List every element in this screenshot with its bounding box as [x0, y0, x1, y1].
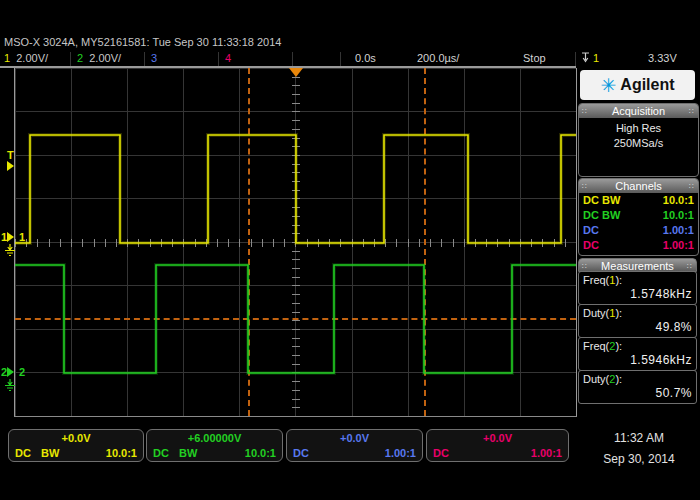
ch1-bottom-box[interactable]: +0.0V DCBW10.0:1: [8, 429, 144, 462]
ch4-number: 4: [225, 52, 231, 64]
ch2-offset: +6.00000V: [147, 431, 282, 446]
status-divider: [292, 52, 293, 66]
status-ch2[interactable]: 2 2.00V/: [77, 51, 121, 66]
trigger-level-readout: 3.33V: [648, 51, 677, 66]
status-ch1[interactable]: 1 2.00V/: [4, 51, 48, 66]
date-readout: Sep 30, 2014: [583, 452, 695, 467]
waveform-display: [14, 68, 577, 417]
ch2-settings-row[interactable]: DC BW10.0:1: [579, 208, 698, 223]
grip-icon: ∷: [689, 180, 695, 194]
grip-icon: ∷: [582, 260, 588, 274]
status-divider: [575, 52, 576, 66]
ch1-scale: 2.00V/: [16, 52, 48, 64]
trigger-level-label: T: [7, 150, 14, 161]
trigger-status[interactable]: 1: [581, 51, 599, 66]
status-divider: [144, 52, 145, 66]
ch1-number: 1: [4, 52, 10, 64]
acquisition-header[interactable]: ∷ Acquisition ∷: [579, 104, 698, 118]
ch2-ground-marker[interactable]: 2: [1, 367, 14, 378]
cursor-x2[interactable]: [424, 68, 426, 416]
brand-name: Agilent: [620, 76, 674, 94]
cursor-y1[interactable]: [15, 318, 576, 320]
ch4-offset: +0.0V: [427, 431, 568, 446]
grip-icon: ∷: [689, 105, 695, 119]
measurements-panel: ∷ Measurements ∷ Freq(1): 1.5748kHz Duty…: [578, 258, 697, 408]
window-title: MSO-X 3024A, MY52161581: Tue Sep 30 11:3…: [4, 36, 281, 48]
ch2-bottom-box[interactable]: +6.00000V DCBW10.0:1: [146, 429, 283, 462]
measurement-duty1[interactable]: Duty(1): 49.8%: [578, 304, 697, 338]
ch3-number: 3: [151, 52, 157, 64]
status-divider: [218, 52, 219, 66]
ch2-ground-icon: [4, 379, 16, 392]
status-ch3[interactable]: 3: [151, 51, 157, 66]
grip-icon: ∷: [582, 105, 588, 119]
trigger-level-marker[interactable]: [7, 161, 14, 172]
ch1-ground-icon: [4, 244, 16, 257]
channels-panel: ∷ Channels ∷ DC BW10.0:1 DC BW10.0:1 DC1…: [578, 178, 699, 256]
status-ch4[interactable]: 4: [225, 51, 231, 66]
agilent-starburst-icon: ✳: [600, 76, 616, 95]
acquisition-mode: High Res: [579, 121, 698, 136]
trigger-source: 1: [593, 52, 599, 64]
ch1-ground-marker[interactable]: 1: [1, 232, 14, 243]
ch1-settings-row[interactable]: DC BW10.0:1: [579, 193, 698, 208]
ch1-trace-label: 1: [19, 232, 25, 243]
trigger-position-icon[interactable]: [289, 68, 303, 77]
sample-rate: 250MSa/s: [579, 136, 698, 151]
channels-header[interactable]: ∷ Channels ∷: [579, 179, 698, 193]
sidebar: ✳ Agilent ∷ Acquisition ∷ High Res 250MS…: [578, 68, 699, 428]
ch2-scale: 2.00V/: [89, 52, 121, 64]
ch2-trace-label: 2: [19, 367, 25, 378]
ch3-settings-row[interactable]: DC1.00:1: [579, 223, 698, 238]
ch4-bottom-box[interactable]: +0.0V DC1.00:1: [426, 429, 569, 462]
ch3-bottom-box[interactable]: +0.0V DC1.00:1: [286, 429, 423, 462]
trigger-edge-icon: [581, 52, 590, 64]
status-bar: 1 2.00V/ 2 2.00V/ 3 4 0.0s 200.0µs/ Stop…: [0, 51, 700, 67]
clock: 11:32 AM Sep 30, 2014: [583, 431, 695, 467]
ch2-number: 2: [77, 52, 83, 64]
brand-logo: ✳ Agilent: [580, 70, 695, 100]
ch1-offset: +0.0V: [9, 431, 143, 446]
grip-icon: ∷: [582, 180, 588, 194]
ch4-settings-row[interactable]: DC1.00:1: [579, 238, 698, 253]
acquisition-panel: ∷ Acquisition ∷ High Res 250MSa/s: [578, 103, 699, 177]
timebase-readout[interactable]: 200.0µs/: [417, 51, 459, 66]
status-divider: [340, 52, 341, 66]
measurement-duty2[interactable]: Duty(2): 50.7%: [578, 370, 697, 404]
cursor-x1[interactable]: [248, 68, 250, 416]
delay-readout[interactable]: 0.0s: [355, 51, 376, 66]
grip-icon: ∷: [687, 260, 693, 274]
ch3-offset: +0.0V: [287, 431, 422, 446]
measurement-freq2[interactable]: Freq(2): 1.5946kHz: [578, 337, 697, 371]
time-readout: 11:32 AM: [583, 431, 695, 446]
center-horizontal-ticks: [15, 239, 576, 247]
status-divider: [70, 52, 71, 66]
measurement-freq1[interactable]: Freq(1): 1.5748kHz: [578, 271, 697, 305]
measurements-header[interactable]: ∷ Measurements ∷: [578, 258, 697, 272]
run-state[interactable]: Stop: [523, 51, 546, 66]
